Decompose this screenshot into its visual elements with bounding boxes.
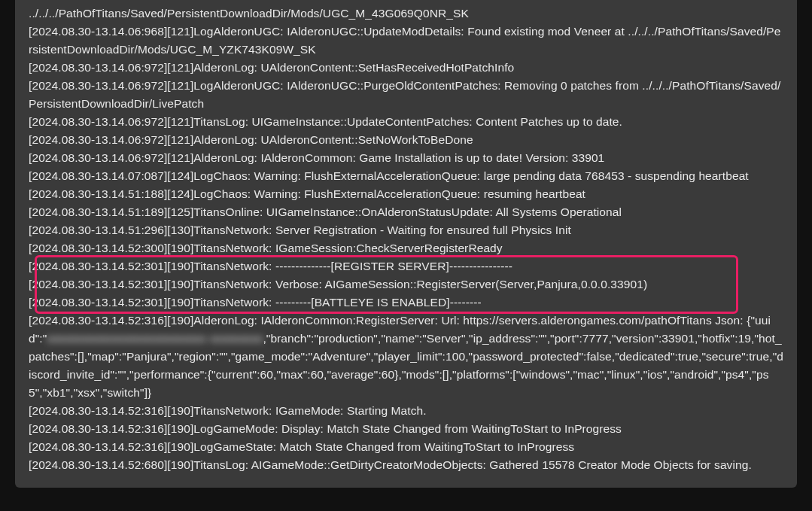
log-line: [2024.08.30-13.14.52:300][190]TitansNetw… [29, 239, 783, 257]
log-line: [2024.08.30-13.14.52:316][190]LogGameMod… [29, 420, 783, 438]
log-line: [2024.08.30-13.14.51:188][124]LogChaos: … [29, 185, 783, 203]
log-line-json: [2024.08.30-13.14.52:316][190]AlderonLog… [29, 312, 783, 402]
log-line: [2024.08.30-13.14.07:087][124]LogChaos: … [29, 167, 783, 185]
log-line-highlighted: [2024.08.30-13.14.52:301][190]TitansNetw… [29, 294, 783, 312]
log-line-highlighted: [2024.08.30-13.14.52:301][190]TitansNetw… [29, 257, 783, 275]
log-line: [2024.08.30-13.14.51:189][125]TitansOnli… [29, 203, 783, 221]
log-line: [2024.08.30-13.14.52:316][190]TitansNetw… [29, 402, 783, 420]
log-line: [2024.08.30-13.14.06:972][121]LogAlderon… [29, 77, 783, 113]
log-line-highlighted: [2024.08.30-13.14.52:301][190]TitansNetw… [29, 275, 783, 294]
log-line: [2024.08.30-13.14.06:972][121]TitansLog:… [29, 113, 783, 131]
log-line: [2024.08.30-13.14.51:296][130]TitansNetw… [29, 221, 783, 239]
log-line: [2024.08.30-13.14.52:680][190]TitansLog:… [29, 456, 783, 474]
log-line: [2024.08.30-13.14.06:968][121]LogAlderon… [29, 23, 783, 59]
redacted-field: xxxxxxxxx [210, 332, 263, 345]
log-line: [2024.08.30-13.14.06:972][121]AlderonLog… [29, 131, 783, 149]
log-line: [2024.08.30-13.14.06:972][121]AlderonLog… [29, 59, 783, 77]
log-panel: ../../../PathOfTitans/Saved/PersistentDo… [15, 0, 797, 488]
log-line: [2024.08.30-13.14.06:972][121]AlderonLog… [29, 149, 783, 167]
log-line: ../../../PathOfTitans/Saved/PersistentDo… [29, 5, 783, 23]
log-line: [2024.08.30-13.14.52:316][190]LogGameSta… [29, 438, 783, 456]
redacted-uuid: xxxxxxxxxxxxxxxxxxxxxxxxxxx [47, 332, 206, 345]
